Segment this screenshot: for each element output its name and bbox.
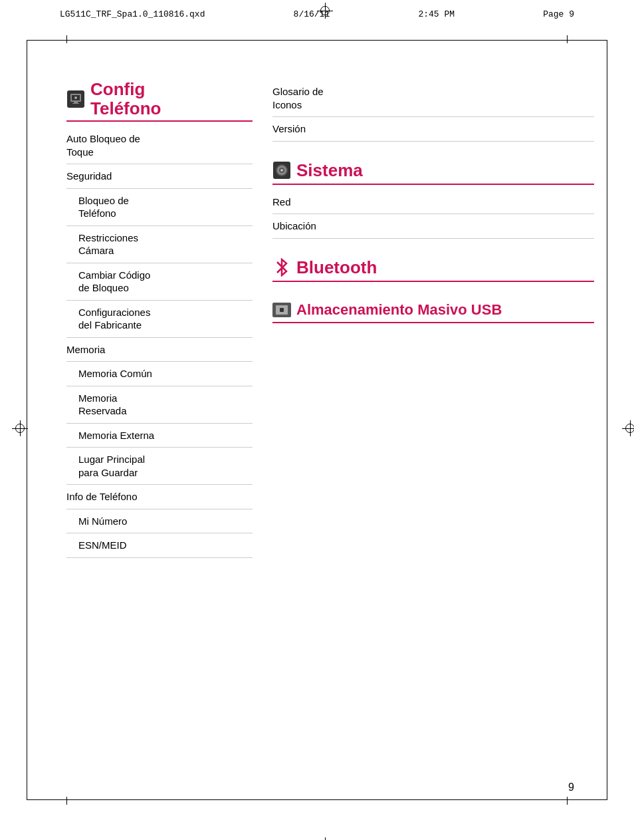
bluetooth-title: Bluetooth	[296, 257, 377, 278]
config-telefono-underline	[66, 120, 253, 122]
page-border-right	[607, 40, 607, 800]
menu-item-info-telefono[interactable]: Info de Teléfono	[66, 485, 253, 509]
sistema-underline	[272, 184, 594, 185]
menu-item-memoria-externa[interactable]: Memoria Externa	[66, 424, 253, 448]
menu-item-seguridad[interactable]: Seguridad	[66, 164, 253, 189]
usb-underline	[272, 322, 594, 323]
menu-item-lugar-principal[interactable]: Lugar Principalpara Guardar	[66, 448, 253, 485]
menu-item-memoria-comun[interactable]: Memoria Común	[66, 362, 253, 386]
header-page: Page 9	[543, 9, 574, 19]
config-telefono-icon	[66, 90, 85, 108]
sistema-icon	[272, 161, 291, 180]
bluetooth-header: Bluetooth	[272, 257, 594, 278]
svg-point-9	[280, 169, 283, 172]
right-column: Glosario deIconos Versión Sistema	[253, 80, 594, 558]
bluetooth-icon-svg	[274, 258, 289, 277]
menu-item-bloqueo-telefono[interactable]: Bloqueo deTeléfono	[66, 189, 253, 226]
border-tick-top-right	[567, 35, 568, 43]
menu-item-ubicacion[interactable]: Ubicación	[272, 214, 594, 239]
menu-item-version[interactable]: Versión	[272, 117, 594, 142]
bluetooth-section: Bluetooth	[272, 257, 594, 282]
border-tick-top-left	[66, 35, 67, 43]
sistema-title: Sistema	[296, 160, 363, 181]
sistema-section: Sistema Red Ubicación	[272, 160, 594, 239]
usb-header: Almacenamiento Masivo USB	[272, 301, 594, 319]
usb-title: Almacenamiento Masivo USB	[296, 301, 502, 319]
menu-item-glosario[interactable]: Glosario deIconos	[272, 80, 594, 117]
menu-item-configuraciones-fabricante[interactable]: Configuracionesdel Fabricante	[66, 301, 253, 338]
config-telefono-header: ConfigTeléfono	[66, 80, 253, 118]
menu-item-mi-numero[interactable]: Mi Número	[66, 509, 253, 534]
header-filename: LG511C_TRF_Spa1.0_110816.qxd	[60, 9, 205, 19]
usb-icon-container	[272, 301, 291, 319]
bluetooth-icon-wrap	[272, 258, 291, 277]
config-icon-svg	[69, 92, 82, 106]
border-tick-bottom-right	[567, 797, 568, 805]
header-time: 2:45 PM	[418, 9, 455, 19]
menu-item-restricciones-camara[interactable]: RestriccionesCámara	[66, 226, 253, 263]
menu-item-esn-meid[interactable]: ESN/MEID	[66, 533, 253, 558]
usb-icon-inner	[276, 305, 288, 315]
sistema-icon-svg	[274, 163, 289, 178]
main-content: ConfigTeléfono Auto Bloqueo deToque Segu…	[66, 80, 594, 558]
sistema-icon-img	[273, 162, 290, 179]
svg-rect-2	[74, 102, 78, 103]
bluetooth-icon	[274, 259, 290, 275]
usb-icon-bg	[272, 303, 291, 317]
config-title-line1: ConfigTeléfono	[90, 80, 161, 118]
config-telefono-title: ConfigTeléfono	[90, 80, 161, 118]
page-border-top	[27, 40, 607, 41]
menu-item-memoria-reservada[interactable]: MemoriaReservada	[66, 386, 253, 424]
menu-item-memoria[interactable]: Memoria	[66, 338, 253, 362]
svg-rect-3	[72, 103, 79, 104]
page-border-bottom	[27, 799, 607, 800]
svg-point-5	[75, 97, 76, 98]
menu-item-cambiar-codigo[interactable]: Cambiar Códigode Bloqueo	[66, 263, 253, 301]
usb-icon-dot	[280, 308, 284, 312]
bluetooth-underline	[272, 281, 594, 282]
left-column: ConfigTeléfono Auto Bloqueo deToque Segu…	[66, 80, 253, 558]
border-tick-bottom-left	[66, 797, 67, 805]
usb-section: Almacenamiento Masivo USB	[272, 301, 594, 323]
config-telefono-icon-img	[67, 90, 84, 108]
menu-item-auto-bloqueo[interactable]: Auto Bloqueo deToque	[66, 127, 253, 164]
sistema-header: Sistema	[272, 160, 594, 181]
menu-item-red[interactable]: Red	[272, 190, 594, 215]
page-number: 9	[568, 781, 574, 793]
